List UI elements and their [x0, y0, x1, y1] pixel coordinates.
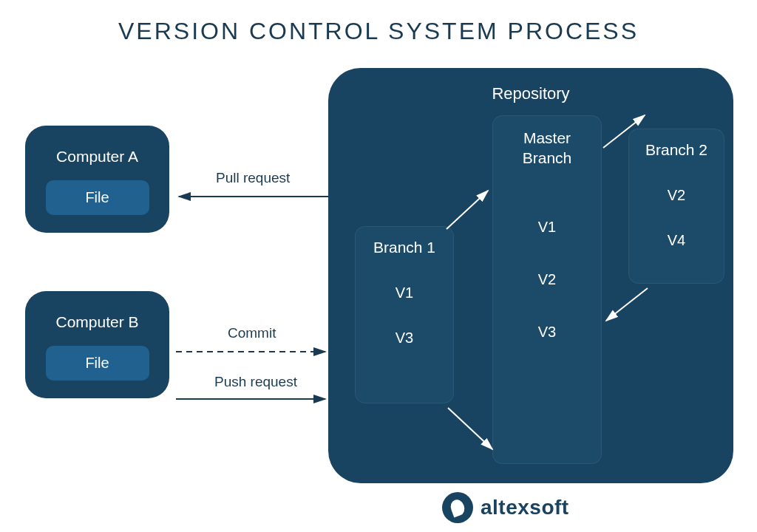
- computer-b-label: Computer B: [25, 313, 169, 331]
- branch2-v4: V4: [629, 232, 724, 249]
- altexsoft-logo: altexsoft: [442, 492, 569, 523]
- master-v3: V3: [493, 324, 601, 341]
- branch1-v3: V3: [356, 330, 453, 347]
- master-branch-box: Master Branch V1 V2 V3: [492, 115, 602, 464]
- altexsoft-logo-text: altexsoft: [481, 496, 569, 519]
- branch2-title: Branch 2: [629, 141, 724, 159]
- master-branch-title: Master Branch: [493, 128, 601, 168]
- branch2-box: Branch 2 V2 V4: [628, 129, 724, 284]
- branch1-v1: V1: [356, 284, 453, 301]
- repository-title: Repository: [328, 84, 733, 103]
- commit-label: Commit: [228, 325, 276, 341]
- branch1-box: Branch 1 V1 V3: [355, 226, 454, 403]
- diagram-title: VERSION CONTROL SYSTEM PROCESS: [0, 18, 757, 45]
- computer-b-file: File: [46, 346, 149, 381]
- push-request-label: Push request: [214, 374, 297, 390]
- master-v2: V2: [493, 271, 601, 288]
- altexsoft-logo-icon: [442, 492, 473, 523]
- computer-a-file: File: [46, 180, 149, 215]
- repository-box: Repository Branch 1 V1 V3 Master Branch …: [328, 68, 733, 483]
- computer-b-box: Computer B File: [25, 291, 169, 398]
- computer-a-box: Computer A File: [25, 126, 169, 233]
- computer-a-label: Computer A: [25, 148, 169, 166]
- branch1-title: Branch 1: [356, 239, 453, 256]
- pull-request-label: Pull request: [216, 170, 290, 186]
- master-v1: V1: [493, 219, 601, 236]
- branch2-v2: V2: [629, 187, 724, 204]
